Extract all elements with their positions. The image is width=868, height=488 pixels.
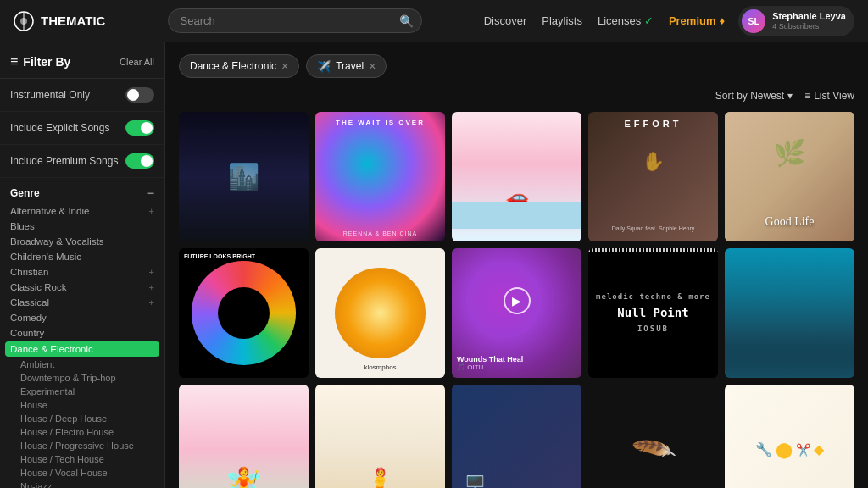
genre-comedy[interactable]: Comedy (10, 310, 154, 325)
list-view-button[interactable]: ≡ List View (804, 90, 854, 102)
genre-label: Genre (10, 187, 40, 199)
premium-songs-toggle[interactable] (125, 153, 154, 169)
genre-dance-electronic[interactable]: Dance & Electronic (5, 341, 159, 357)
album-13-play-icon[interactable]: ▶ (502, 435, 532, 465)
album-8-play-icon[interactable]: ▶ (502, 298, 532, 329)
user-sub: 4 Subscribers (772, 22, 846, 31)
explicit-label: Include Explicit Songs (10, 122, 109, 134)
album-7-play-icon[interactable]: ▶ (365, 298, 396, 329)
album-14-play-icon[interactable]: ▶ (638, 435, 669, 465)
sort-bar: Sort by Newest ▾ ≡ List View (179, 90, 854, 102)
instrumental-toggle[interactable] (125, 87, 154, 103)
album-item-10[interactable]: ▶ (725, 248, 854, 378)
user-profile[interactable]: SL Stephanie Leyva 4 Subscribers (738, 6, 854, 36)
album-6-play-icon[interactable]: ▶ (229, 298, 259, 329)
subgenre-downtempo[interactable]: Downtempo & Trip-hop (10, 371, 154, 385)
subgenre-deep-house[interactable]: House / Deep House (10, 412, 154, 425)
genre-childrens[interactable]: Children's Music (10, 249, 154, 264)
album-item-11[interactable]: 🧚 ▶ (179, 385, 309, 488)
search-input[interactable] (168, 8, 422, 33)
sort-newest-button[interactable]: Sort by Newest ▾ (715, 90, 793, 102)
album-item-9[interactable]: melodic techno & more Null Point IOSUB ▶ (588, 248, 718, 378)
explicit-toggle[interactable] (125, 120, 154, 136)
album-item-4[interactable]: EFFORT Daily Squad feat. Sophie Henry ✋ … (588, 112, 718, 241)
filter-header: ≡ Filter By Clear All (0, 42, 164, 79)
genre-classic-rock[interactable]: Classic Rock+ (10, 280, 154, 295)
premium-songs-label: Include Premium Songs (10, 155, 118, 167)
tag-travel-remove-icon[interactable]: × (369, 59, 376, 73)
logo-icon (14, 11, 34, 31)
album-item-6[interactable]: FUTURE LOOKS BRIGHT ▶ (179, 248, 309, 378)
tag-travel-emoji: ✈️ (317, 60, 331, 73)
album-10-play-icon[interactable]: ▶ (775, 298, 805, 329)
album-item-1[interactable]: 🏙️ ▶ (179, 112, 309, 241)
genre-alternative[interactable]: Alternative & Indie+ (10, 203, 154, 219)
album-1-play-icon[interactable]: ▶ (229, 162, 259, 192)
album-item-2[interactable]: REENNA & BEN CINA THE WAIT IS OVER ▶ (315, 112, 445, 241)
filter-tags: Dance & Electronic × ✈️ Travel × (179, 54, 854, 78)
filter-icon: ≡ (10, 54, 18, 69)
album-2-play-icon[interactable]: ▶ (365, 162, 396, 192)
nav-links: Discover Playlists Licenses ✓ Premium ♦ (484, 14, 725, 27)
album-grid: 🏙️ ▶ REENNA & BEN CINA THE WAIT IS OVER … (179, 112, 854, 488)
genre-broadway[interactable]: Broadway & Vocalists (10, 234, 154, 249)
instrumental-label: Instrumental Only (10, 89, 90, 101)
sort-chevron-icon: ▾ (787, 90, 793, 102)
explicit-toggle-row: Include Explicit Songs (0, 112, 164, 145)
logo[interactable]: THEMATIC (14, 11, 105, 31)
genre-blues[interactable]: Blues (10, 219, 154, 234)
album-item-14[interactable]: 🪶 ▶ (588, 385, 718, 488)
genre-classical[interactable]: Classical+ (10, 295, 154, 310)
premium-songs-toggle-row: Include Premium Songs (0, 145, 164, 178)
album-item-12[interactable]: 🧜 ▶ (315, 385, 445, 488)
album-9-play-icon[interactable]: ▶ (638, 298, 669, 329)
tag-dance-remove-icon[interactable]: × (281, 59, 288, 73)
licenses-link[interactable]: Licenses ✓ (598, 14, 654, 27)
search-icon: 🔍 (399, 14, 414, 28)
subgenre-ambient[interactable]: Ambient (10, 358, 154, 371)
album-12-play-icon[interactable]: ▶ (365, 435, 396, 465)
premium-gem-icon: ♦ (720, 14, 726, 27)
licenses-check-icon: ✓ (644, 14, 654, 27)
logo-text: THEMATIC (41, 14, 105, 28)
subgenre-electro-house[interactable]: House / Electro House (10, 425, 154, 439)
album-4-play-icon[interactable]: ▶ (638, 162, 669, 192)
album-3-play-icon[interactable]: ▶ (502, 162, 532, 192)
album-item-3[interactable]: 🚗 ▶ (452, 112, 581, 241)
album-item-7[interactable]: klosmphos ▶ (315, 248, 445, 378)
sort-label: Sort by Newest (715, 90, 784, 102)
genre-country[interactable]: Country (10, 325, 154, 341)
user-name: Stephanie Leyva (772, 11, 846, 22)
filter-title: ≡ Filter By (10, 54, 70, 69)
content-area: Dance & Electronic × ✈️ Travel × Sort by… (165, 42, 868, 488)
album-item-5[interactable]: Good Life 🌿 ▶ (725, 112, 854, 241)
album-item-8[interactable]: Wounds That Heal 🎵 OITU ▶ ▶ (452, 248, 581, 378)
subgenre-vocal-house[interactable]: House / Vocal House (10, 466, 154, 480)
tag-dance-label: Dance & Electronic (190, 60, 276, 72)
discover-link[interactable]: Discover (484, 14, 527, 27)
playlists-link[interactable]: Playlists (542, 14, 582, 27)
subgenre-nujazz[interactable]: Nu-jazz (10, 480, 154, 488)
album-15-play-icon[interactable]: ▶ (775, 435, 805, 465)
top-nav: THEMATIC 🔍 Discover Playlists Licenses ✓… (0, 0, 868, 42)
premium-link[interactable]: Premium ♦ (669, 14, 725, 27)
subgenre-house[interactable]: House (10, 398, 154, 412)
user-info: Stephanie Leyva 4 Subscribers (772, 11, 846, 31)
genre-collapse-button[interactable]: − (147, 186, 154, 200)
subgenre-experimental[interactable]: Experimental (10, 385, 154, 398)
album-5-play-icon[interactable]: ▶ (775, 162, 805, 192)
subgenre-progressive-house[interactable]: House / Progressive House (10, 439, 154, 452)
avatar: SL (742, 9, 765, 33)
tag-travel-label: Travel (336, 60, 364, 72)
genre-header: Genre − (0, 178, 164, 203)
clear-all-button[interactable]: Clear All (120, 57, 154, 67)
genre-christian[interactable]: Christian+ (10, 264, 154, 280)
tag-travel[interactable]: ✈️ Travel × (306, 54, 387, 78)
subgenre-tech-house[interactable]: House / Tech House (10, 452, 154, 466)
list-view-icon: ≡ (804, 90, 810, 102)
album-11-play-icon[interactable]: ▶ (229, 435, 259, 465)
sidebar: ≡ Filter By Clear All Instrumental Only … (0, 42, 165, 488)
album-item-15[interactable]: 🔧 ⬤ ✂️ ◆ ▶ (725, 385, 854, 488)
album-item-13[interactable]: 🖥️ ▶ (452, 385, 581, 488)
tag-dance-electronic[interactable]: Dance & Electronic × (179, 54, 299, 78)
